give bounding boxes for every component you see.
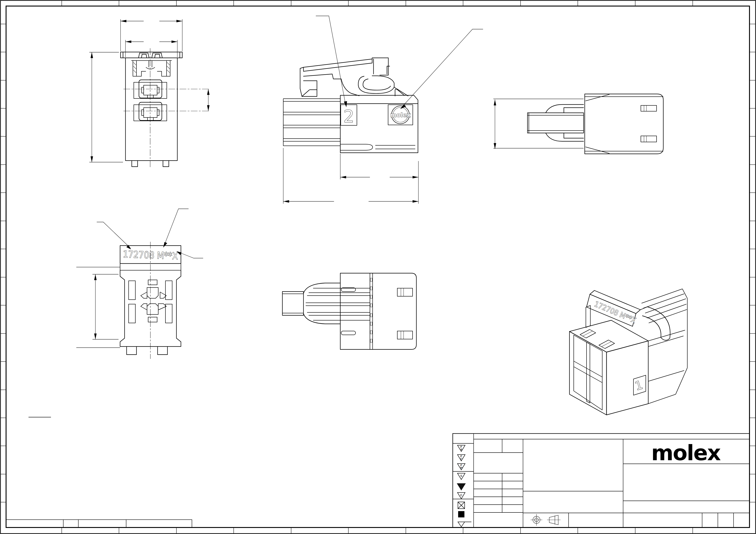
drawing-border xyxy=(6,6,749,527)
iso-part-number-marking: 172708 M**X xyxy=(593,299,637,325)
zone-ticks-right xyxy=(749,24,756,502)
symbol-letter: P xyxy=(460,466,462,470)
rear-view-dimension-lines xyxy=(89,19,208,162)
top-view-wire-end xyxy=(527,105,583,141)
projection-crosshair xyxy=(531,514,542,526)
side-view-seal-ribs xyxy=(283,99,340,146)
revision-symbol-fa: F A xyxy=(457,445,465,451)
arrow-icon xyxy=(94,274,97,280)
front-view-terminal-lower xyxy=(141,304,166,322)
zone-ticks-left xyxy=(0,24,6,502)
projection-symbol xyxy=(531,514,560,526)
revision-strip-table xyxy=(6,520,192,527)
symbol-letter: A xyxy=(460,448,462,451)
zone-ticks-top xyxy=(62,0,693,6)
side-view-cpa-slot xyxy=(340,144,415,150)
revision-symbol-box-x xyxy=(458,502,465,509)
front-view-dimension-lines xyxy=(76,267,120,348)
drawing-sheet: molex F A F C F P xyxy=(0,0,756,534)
arrow-icon xyxy=(207,89,210,95)
side-view: 2 molex xyxy=(283,16,483,204)
symbol-letter: C xyxy=(460,494,462,497)
arrow-icon xyxy=(494,143,496,149)
cavity-1-label: 1 xyxy=(634,378,644,393)
arrow-icon xyxy=(91,156,93,162)
revision-symbol-s: S xyxy=(457,473,465,479)
molex-logo: molex xyxy=(651,441,720,465)
revision-strip-dividers xyxy=(63,520,126,527)
rear-view-body-outline xyxy=(121,52,182,166)
molex-circle-logo: molex xyxy=(388,105,413,125)
leader-arrow-icon xyxy=(344,101,347,107)
iso-front-cage xyxy=(569,320,648,415)
arrow-icon xyxy=(207,105,210,111)
revision-symbol-fc: F C xyxy=(457,455,465,461)
rear-view xyxy=(89,19,210,167)
drawing-canvas: molex F A F C F P xyxy=(0,0,756,534)
side-view-leader-lines xyxy=(316,16,483,108)
rear-view-hatch-lines xyxy=(133,62,170,73)
revision-symbol-fp: F P xyxy=(457,464,465,470)
revision-symbol-c: C xyxy=(457,493,465,499)
arrow-icon xyxy=(413,200,418,203)
arrow-icon xyxy=(176,20,182,22)
leader-arrow-icon xyxy=(163,242,167,248)
bottom-view-wire-end xyxy=(283,283,370,324)
molex-circle-label: molex xyxy=(390,112,411,118)
arrow-icon xyxy=(283,200,289,203)
arrow-icon xyxy=(125,40,131,43)
top-view xyxy=(493,94,663,154)
arrow-icon xyxy=(340,176,346,179)
revision-symbol-column: F A F C F P S C xyxy=(457,445,472,527)
arrow-icon xyxy=(172,40,177,43)
isometric-view: 172708 M**X 1 xyxy=(569,289,687,415)
front-view: 172708 M**X xyxy=(76,209,203,359)
front-view-terminal-upper xyxy=(141,280,166,298)
arrow-icon xyxy=(494,100,496,105)
revision-symbol-solid-square xyxy=(458,511,464,518)
arrow-icon xyxy=(94,334,97,339)
cavity-2-label: 2 xyxy=(343,107,354,126)
arrow-icon xyxy=(91,52,93,58)
revision-symbol-solid-triangle xyxy=(457,483,466,491)
arrow-icon xyxy=(121,20,126,22)
bottom-view-body xyxy=(340,273,417,349)
bottom-view xyxy=(283,273,417,349)
side-view-rear-catch xyxy=(395,89,408,96)
title-block: molex F A F C F P xyxy=(453,434,749,527)
symbol-letter: S xyxy=(460,474,462,477)
revision-strip-outline xyxy=(6,520,192,527)
side-view-dimension-lines xyxy=(283,148,418,204)
symbol-letter: C xyxy=(460,457,462,461)
iso-cavity-number: 1 xyxy=(634,375,646,395)
arrow-icon xyxy=(413,176,418,179)
leader-arrow-icon xyxy=(400,104,406,109)
top-view-body xyxy=(585,94,663,154)
rear-view-inner-bracket xyxy=(131,61,172,76)
zone-ticks-bottom xyxy=(62,527,693,534)
cavity-number-marking: 2 xyxy=(341,105,357,126)
iso-latch-plate: 172708 M**X xyxy=(586,291,670,340)
revision-symbol-triangle-bar xyxy=(458,522,472,527)
side-view-latch xyxy=(300,58,404,96)
